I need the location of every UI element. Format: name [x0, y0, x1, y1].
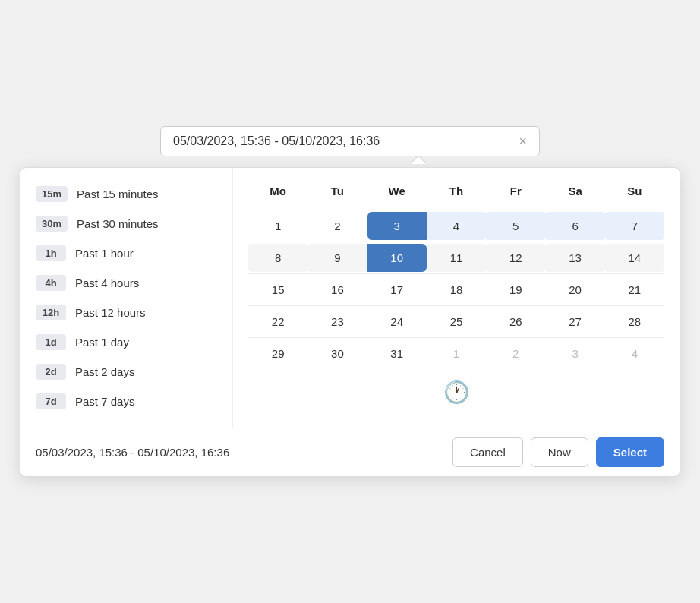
calendar-day[interactable]: 14 — [605, 244, 664, 272]
shortcut-badge: 4h — [36, 275, 66, 291]
clock-icon: 🕐 — [443, 380, 470, 405]
calendar-day[interactable]: 30 — [307, 339, 367, 368]
clear-icon[interactable]: × — [519, 134, 527, 148]
cancel-button[interactable]: Cancel — [452, 437, 523, 467]
week-divider — [248, 273, 664, 274]
calendar-day[interactable]: 22 — [248, 308, 307, 336]
date-picker-wrapper: 05/03/2023, 15:36 - 05/10/2023, 16:36 × … — [20, 126, 680, 477]
shortcut-badge: 7d — [36, 393, 66, 409]
shortcut-label: Past 1 day — [75, 336, 129, 349]
calendar-day[interactable]: 17 — [367, 276, 427, 304]
calendar-day[interactable]: 11 — [427, 244, 486, 272]
calendar-day-name: Mo — [248, 180, 307, 205]
shortcut-label: Past 15 minutes — [77, 188, 159, 200]
calendar-day[interactable]: 1 — [427, 339, 486, 368]
shortcut-item[interactable]: 4hPast 4 hours — [30, 269, 223, 297]
calendar-day[interactable]: 21 — [605, 276, 664, 304]
date-range-input: 05/03/2023, 15:36 - 05/10/2023, 16:36 — [173, 134, 380, 148]
calendar-day[interactable]: 13 — [545, 244, 604, 272]
shortcut-label: Past 7 days — [75, 395, 134, 408]
shortcut-label: Past 1 hour — [75, 247, 134, 260]
shortcut-badge: 15m — [36, 186, 68, 202]
shortcut-badge: 30m — [36, 216, 68, 232]
calendar-day[interactable]: 1 — [248, 212, 307, 240]
calendar-header: MoTuWeThFrSaSu — [248, 180, 664, 205]
shortcut-item[interactable]: 30mPast 30 minutes — [30, 210, 223, 238]
calendar-day[interactable]: 4 — [605, 339, 664, 368]
shortcut-item[interactable]: 1dPast 1 day — [30, 328, 223, 356]
calendar-day[interactable]: 19 — [486, 276, 545, 304]
calendar-header-divider — [248, 210, 664, 210]
shortcut-label: Past 30 minutes — [77, 217, 159, 230]
calendar-day[interactable]: 27 — [545, 308, 604, 336]
shortcut-badge: 1h — [36, 245, 66, 261]
footer-date-range: 05/03/2023, 15:36 - 05/10/2023, 16:36 — [36, 446, 229, 459]
shortcut-item[interactable]: 1hPast 1 hour — [30, 239, 223, 267]
calendar-day-name: Tu — [307, 180, 367, 205]
shortcut-item[interactable]: 2dPast 2 days — [30, 358, 223, 386]
calendar-day[interactable]: 18 — [427, 276, 486, 304]
week-divider — [248, 337, 664, 338]
calendar-day[interactable]: 26 — [486, 308, 545, 336]
calendar-day[interactable]: 20 — [545, 276, 604, 304]
shortcut-item[interactable]: 15mPast 15 minutes — [30, 180, 223, 208]
calendar-day-name: Su — [605, 180, 664, 205]
shortcuts-panel: 15mPast 15 minutes30mPast 30 minutes1hPa… — [20, 168, 233, 428]
calendar-day[interactable]: 4 — [427, 212, 486, 240]
shortcut-badge: 12h — [36, 305, 66, 320]
calendar-day[interactable]: 2 — [486, 339, 545, 368]
calendar-day[interactable]: 28 — [605, 308, 664, 336]
shortcut-label: Past 4 hours — [75, 276, 139, 289]
calendar-day[interactable]: 7 — [605, 212, 664, 240]
calendar-day[interactable]: 31 — [367, 339, 427, 368]
shortcut-badge: 2d — [36, 364, 66, 380]
calendar-day[interactable]: 24 — [367, 308, 427, 336]
calendar-day[interactable]: 2 — [307, 212, 367, 240]
shortcut-label: Past 12 hours — [75, 306, 146, 319]
shortcut-item[interactable]: 12hPast 12 hours — [30, 298, 223, 327]
calendar-day[interactable]: 6 — [545, 212, 604, 240]
now-button[interactable]: Now — [531, 437, 588, 467]
shortcut-label: Past 2 days — [75, 365, 134, 378]
calendar-grid: 1234567891011121314151617181920212223242… — [248, 208, 664, 368]
calendar-day[interactable]: 23 — [307, 308, 367, 336]
picker-footer: 05/03/2023, 15:36 - 05/10/2023, 16:36 Ca… — [20, 428, 680, 476]
dropdown-arrow — [411, 156, 426, 164]
footer-buttons: Cancel Now Select — [452, 437, 664, 467]
calendar-day[interactable]: 16 — [307, 276, 367, 304]
calendar-day[interactable]: 5 — [486, 212, 545, 240]
week-divider — [248, 242, 664, 242]
week-divider — [248, 305, 664, 306]
calendar-day-name: Fr — [486, 180, 545, 205]
calendar-day[interactable]: 8 — [248, 244, 307, 272]
calendar-day[interactable]: 3 — [545, 339, 604, 368]
calendar-day[interactable]: 15 — [248, 276, 307, 304]
clock-area: 🕐 — [248, 368, 664, 411]
calendar-day[interactable]: 3 — [367, 212, 427, 240]
date-input-bar[interactable]: 05/03/2023, 15:36 - 05/10/2023, 16:36 × — [160, 126, 540, 156]
calendar-day[interactable]: 25 — [427, 308, 486, 336]
calendar-day[interactable]: 10 — [367, 244, 427, 272]
calendar-day-name: Sa — [545, 180, 604, 205]
calendar-section: MoTuWeThFrSaSu 1234567891011121314151617… — [233, 168, 680, 428]
calendar-day[interactable]: 9 — [307, 244, 367, 272]
calendar-day[interactable]: 29 — [248, 339, 307, 368]
select-button[interactable]: Select — [596, 437, 664, 467]
shortcut-item[interactable]: 7dPast 7 days — [30, 387, 223, 415]
shortcut-badge: 1d — [36, 334, 66, 350]
calendar-day-name: Th — [427, 180, 486, 205]
picker-body: 15mPast 15 minutes30mPast 30 minutes1hPa… — [20, 168, 680, 428]
calendar-day-name: We — [367, 180, 427, 205]
calendar-day[interactable]: 12 — [486, 244, 545, 272]
picker-panel: 15mPast 15 minutes30mPast 30 minutes1hPa… — [20, 167, 680, 477]
